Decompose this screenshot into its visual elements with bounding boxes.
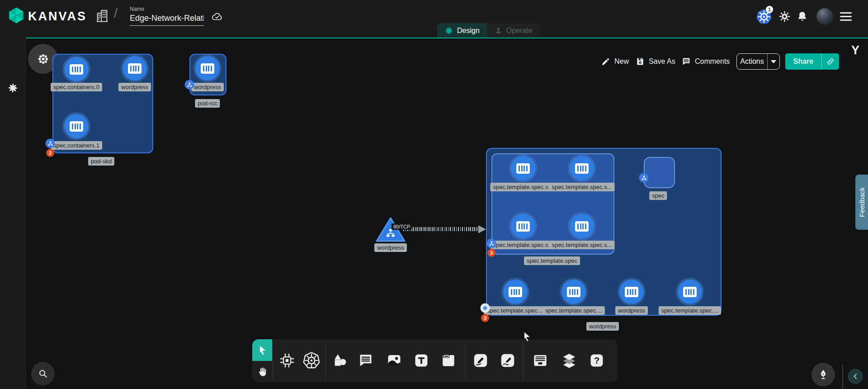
tool-edge-pen[interactable]	[472, 351, 490, 370]
left-sidebar	[0, 38, 26, 389]
comments-button[interactable]: Comments	[682, 55, 730, 68]
tool-layers[interactable]	[560, 351, 578, 370]
tool-pan-hand[interactable]	[252, 361, 272, 382]
tab-design-label: Design	[457, 27, 480, 35]
tool-shapes[interactable]	[331, 351, 349, 370]
user-avatar[interactable]	[816, 8, 833, 25]
tab-operate[interactable]: Operate	[487, 23, 540, 38]
comments-icon	[682, 57, 691, 66]
settings-gear-icon[interactable]	[778, 10, 791, 23]
mode-tabs: Design Operate	[437, 23, 540, 38]
node-template-container-2[interactable]	[511, 214, 535, 238]
count-badge: 3	[487, 249, 495, 257]
node-template-container-1[interactable]	[570, 156, 594, 180]
save-floppy-icon	[636, 57, 645, 66]
tool-image[interactable]	[385, 351, 403, 370]
toolbar-divider	[326, 341, 326, 380]
design-name-input[interactable]: Edge-Network-Relatio	[130, 14, 204, 26]
tool-kubernetes[interactable]	[302, 351, 321, 370]
node-label: spec.template.spec.s...	[549, 183, 615, 191]
annotate-pen-button[interactable]	[811, 363, 835, 386]
caret-down-icon	[771, 60, 776, 63]
node-spec-containers-1[interactable]	[64, 114, 89, 138]
notifications-bell-icon[interactable]	[796, 10, 808, 23]
design-tab-icon	[444, 26, 453, 35]
tool-note[interactable]	[439, 351, 458, 370]
sticky-note-icon	[441, 353, 456, 368]
container-icon	[575, 221, 589, 232]
new-button-label: New	[614, 57, 629, 66]
bottom-right-divider	[842, 365, 843, 389]
new-button[interactable]: New	[601, 55, 629, 68]
tool-freehand[interactable]	[499, 351, 517, 370]
sitemap-icon	[489, 241, 494, 246]
node-wordpress-container[interactable]	[123, 56, 147, 81]
cursor-arrow-icon	[257, 345, 268, 356]
group-spec-template-spec[interactable]	[491, 153, 614, 255]
hand-icon	[256, 366, 268, 378]
node-label: spec.containers.1	[51, 141, 102, 150]
canvas-top-accent-line	[26, 38, 868, 38]
design-name-label: Name	[130, 6, 204, 12]
tab-design[interactable]: Design	[437, 23, 487, 38]
node-label: spec.template.spec....	[659, 306, 721, 315]
save-as-button[interactable]: Save As	[636, 55, 675, 68]
node-template-container-0[interactable]	[511, 156, 535, 180]
node-spec[interactable]	[644, 157, 675, 188]
actions-split-button[interactable]: Actions	[736, 53, 780, 70]
node-label: spec.template.spec.s...	[491, 241, 556, 249]
node-label-spec: spec	[649, 191, 667, 200]
tool-help[interactable]	[588, 351, 606, 370]
container-icon	[128, 63, 142, 74]
kubernetes-badge	[46, 139, 55, 148]
node-label: spec.template.spec.s...	[491, 183, 556, 191]
copy-link-button[interactable]	[822, 57, 839, 66]
feedback-tab[interactable]: Feedback	[855, 175, 868, 230]
node-wordpress-service[interactable]	[375, 216, 406, 244]
circuit-chip-icon	[278, 352, 296, 369]
node-template-container-3[interactable]	[570, 214, 594, 238]
spiral-icon	[482, 305, 488, 311]
design-name-field[interactable]: Name Edge-Network-Relatio	[130, 6, 204, 26]
panel-collapse-button[interactable]	[848, 369, 863, 384]
breadcrumb-separator: /	[114, 5, 118, 21]
node-bottom-container-0[interactable]	[503, 280, 528, 304]
image-icon	[386, 352, 402, 369]
layers-icon	[561, 352, 578, 369]
node-label: wordpress	[191, 83, 224, 91]
share-split-button[interactable]: Share	[785, 53, 839, 70]
comment-bubble-icon	[358, 353, 373, 368]
container-icon	[70, 64, 83, 75]
hamburger-menu-icon[interactable]	[840, 12, 852, 21]
node-bottom-container-3[interactable]	[678, 280, 702, 304]
shapes-icon	[332, 352, 348, 369]
organization-icon[interactable]	[96, 9, 108, 23]
dock-toolbar	[252, 339, 618, 382]
actions-dropdown-toggle[interactable]	[768, 60, 779, 63]
tool-comment[interactable]	[357, 351, 375, 370]
node-label: wordpress	[615, 306, 648, 315]
tool-select-cursor[interactable]	[252, 339, 272, 361]
kanvas-logo-icon	[7, 6, 26, 25]
comments-button-label: Comments	[695, 57, 730, 66]
toolbar-divider	[465, 341, 466, 380]
container-icon	[516, 221, 530, 232]
container-icon	[70, 121, 83, 132]
pencil-scribble-icon	[500, 352, 516, 369]
tool-drawer[interactable]	[531, 351, 549, 370]
node-bottom-container-2[interactable]	[619, 280, 644, 304]
zoom-search-button[interactable]	[31, 362, 55, 385]
node-spec-containers-0[interactable]	[64, 57, 89, 81]
layer5-y-icon[interactable]: Y	[848, 43, 863, 57]
pen-path-icon	[472, 352, 489, 369]
tool-text[interactable]	[412, 351, 430, 370]
mouse-cursor	[521, 331, 533, 342]
tool-components[interactable]	[278, 351, 296, 370]
node-wordpress-container[interactable]	[195, 56, 220, 81]
group-label-pod-rcc: pod-rcc	[195, 99, 220, 108]
toolbar-divider	[523, 341, 523, 380]
meshery-spiral-icon[interactable]	[7, 82, 19, 94]
group-label-pod-skd: pod-skd	[88, 157, 114, 166]
service-edge[interactable]	[403, 227, 478, 231]
node-bottom-container-1[interactable]	[561, 280, 586, 304]
